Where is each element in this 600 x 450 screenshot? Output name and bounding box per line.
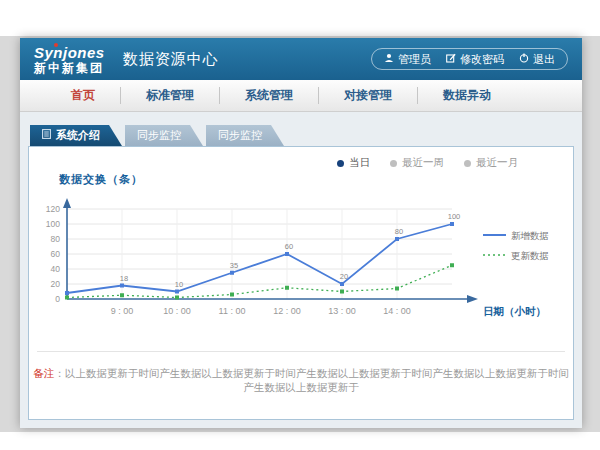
app-header: Synjones 新中新集团 数据资源中心 管理员 修改密码	[20, 38, 582, 80]
chart-panel: 当日 最近一周 最近一月 数据交换（条） 0204060801001209 : …	[28, 146, 574, 420]
app-window: Synjones 新中新集团 数据资源中心 管理员 修改密码	[20, 38, 582, 428]
line-chart: 0204060801001209 : 0010 : 0011 : 0012 : …	[37, 187, 573, 341]
note-text: ：以上数据更新于时间产生数据以上数据更新于时间产生数据以上数据更新于时间产生数据…	[54, 367, 569, 393]
nav-item-home[interactable]: 首页	[46, 87, 120, 104]
tab-system-intro[interactable]: 系统介绍	[30, 125, 122, 146]
svg-text:14 : 00: 14 : 00	[383, 306, 411, 316]
footer-note: 备注：以上数据更新于时间产生数据以上数据更新于时间产生数据以上数据更新于时间产生…	[29, 367, 573, 395]
svg-text:更新数据: 更新数据	[511, 250, 549, 261]
filter-last-week[interactable]: 最近一周	[390, 156, 444, 170]
main-nav: 首页 标准管理 系统管理 对接管理 数据异动	[20, 80, 582, 112]
range-filter-group: 当日 最近一周 最近一月	[29, 147, 573, 170]
svg-text:12 : 00: 12 : 00	[273, 306, 301, 316]
svg-text:80: 80	[395, 227, 403, 236]
svg-text:18: 18	[120, 274, 128, 283]
page-background: Synjones 新中新集团 数据资源中心 管理员 修改密码	[0, 0, 600, 450]
svg-text:100: 100	[448, 212, 461, 221]
svg-text:9 : 00: 9 : 00	[111, 306, 134, 316]
svg-text:0: 0	[55, 294, 60, 304]
filter-last-month[interactable]: 最近一月	[464, 156, 518, 170]
tab-sync-monitor-2[interactable]: 同步监控	[206, 125, 284, 146]
svg-text:10 : 00: 10 : 00	[163, 306, 191, 316]
content-area: 系统介绍 同步监控 同步监控 当日 最近一周	[20, 112, 582, 428]
nav-item-integration-mgmt[interactable]: 对接管理	[318, 87, 417, 104]
document-icon	[42, 125, 51, 146]
logo-text-en: Synjones	[34, 45, 105, 60]
edit-icon	[446, 53, 456, 65]
svg-text:40: 40	[51, 264, 61, 274]
radio-dot-icon	[390, 160, 397, 167]
nav-item-standard-mgmt[interactable]: 标准管理	[120, 87, 219, 104]
radio-dot-icon	[464, 160, 471, 167]
svg-text:10: 10	[175, 280, 183, 289]
user-icon	[384, 53, 394, 65]
nav-item-data-changes[interactable]: 数据异动	[417, 87, 516, 104]
svg-text:120: 120	[46, 204, 60, 214]
svg-text:11 : 00: 11 : 00	[219, 306, 246, 316]
svg-text:60: 60	[285, 242, 293, 251]
user-button[interactable]: 管理员	[384, 52, 431, 67]
svg-text:新增数据: 新增数据	[511, 230, 549, 241]
radio-dot-icon	[337, 160, 344, 167]
svg-text:13 : 00: 13 : 00	[328, 306, 356, 316]
tab-strip: 系统介绍 同步监控 同步监控	[28, 125, 574, 146]
tab-sync-monitor-1[interactable]: 同步监控	[125, 125, 203, 146]
filter-today[interactable]: 当日	[337, 156, 370, 170]
nav-item-system-mgmt[interactable]: 系统管理	[219, 87, 318, 104]
logout-button[interactable]: 退出	[519, 52, 555, 67]
note-label: 备注	[33, 367, 54, 379]
svg-text:80: 80	[51, 234, 61, 244]
svg-text:20: 20	[51, 279, 61, 289]
user-menu: 管理员 修改密码 退出	[371, 48, 568, 70]
logo-red-dot	[54, 43, 58, 47]
change-password-button[interactable]: 修改密码	[446, 52, 504, 67]
svg-text:60: 60	[51, 249, 61, 259]
power-icon	[519, 53, 529, 65]
svg-text:日期（小时）: 日期（小时）	[483, 305, 546, 318]
page-title: 数据资源中心	[123, 50, 219, 69]
svg-text:20: 20	[340, 272, 348, 281]
divider	[37, 351, 565, 352]
logo: Synjones 新中新集团	[34, 45, 105, 74]
logo-text-cn: 新中新集团	[34, 62, 105, 74]
svg-text:100: 100	[46, 219, 60, 229]
svg-text:35: 35	[230, 261, 238, 270]
y-axis-title: 数据交换（条）	[59, 172, 573, 187]
